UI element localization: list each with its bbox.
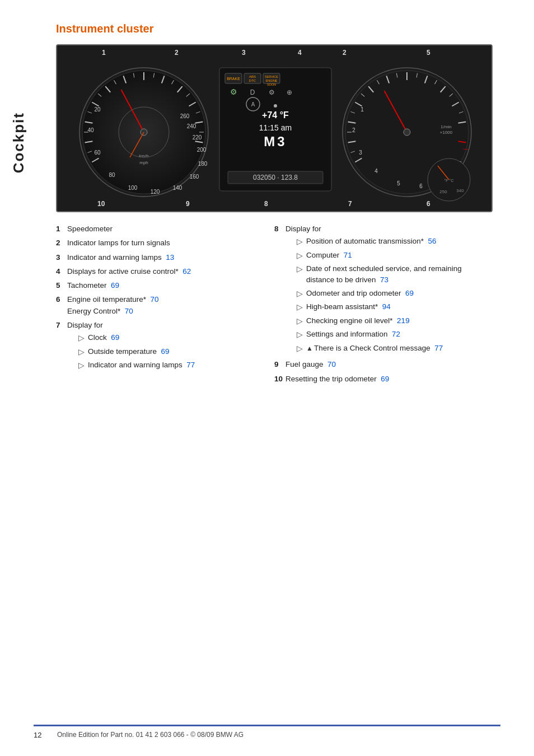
svg-text:D: D <box>250 88 255 96</box>
footer: 12 Online Edition for Part no. 01 41 2 6… <box>34 725 500 739</box>
main-content: Instrument cluster 1 2 3 4 2 5 10 9 8 7 … <box>56 22 500 388</box>
footer-page-number: 12 <box>34 731 50 739</box>
svg-text:⚙: ⚙ <box>269 88 275 96</box>
svg-text:+74 °F: +74 °F <box>262 110 289 120</box>
item-number: 9 <box>274 359 285 370</box>
left-column: 1Speedometer2Indicator lamps for turn si… <box>56 223 274 388</box>
sub-link[interactable]: 69 <box>405 289 414 297</box>
footer-copyright: Online Edition for Part no. 01 41 2 603 … <box>57 731 243 739</box>
svg-text:DTC: DTC <box>249 79 256 82</box>
sub-text: Checking engine oil level* 219 <box>306 315 476 326</box>
sub-arrow-icon: ▷ <box>297 343 303 354</box>
sub-item: ▷▲There is a Check Control message 77 <box>297 343 476 354</box>
sub-arrow-icon: ▷ <box>297 302 303 313</box>
svg-point-103 <box>404 129 410 136</box>
item-link[interactable]: 62 <box>182 267 191 276</box>
cluster-num-2a-top: 2 <box>175 49 179 57</box>
sub-arrow-icon: ▷ <box>297 288 303 300</box>
item-link[interactable]: 70 <box>151 295 159 304</box>
cluster-num-8-bottom: 8 <box>264 200 268 208</box>
sub-text: Outside temperature 69 <box>88 346 257 357</box>
cluster-num-4-top: 4 <box>298 49 302 57</box>
sub-arrow-icon: ▷ <box>297 329 303 340</box>
sub-item: ▷High-beam assistant* 94 <box>297 301 476 313</box>
svg-text:×1000: ×1000 <box>440 130 453 135</box>
sub-arrow-icon: ▷ <box>78 360 85 371</box>
right-column: 8Display for▷Position of automatic trans… <box>274 223 493 388</box>
item-link[interactable]: 13 <box>166 253 174 262</box>
sub-link[interactable]: 56 <box>428 237 437 245</box>
svg-text:M3: M3 <box>264 134 287 149</box>
sidebar-label: Cockpit <box>10 112 27 173</box>
svg-text:6: 6 <box>419 183 423 189</box>
item-text: Display for▷Clock 69▷Outside temperature… <box>67 320 257 374</box>
svg-text:⊕: ⊕ <box>287 88 292 96</box>
svg-text:ABS: ABS <box>249 75 256 78</box>
sub-link[interactable]: 72 <box>392 330 400 338</box>
cluster-num-7-bottom: 7 <box>348 200 352 208</box>
cluster-num-2b-top: 2 <box>343 49 346 57</box>
item-sublink[interactable]: 70 <box>125 307 133 315</box>
svg-text:SOON: SOON <box>267 83 276 86</box>
svg-text:200: 200 <box>197 147 207 153</box>
sub-link[interactable]: 77 <box>186 361 195 369</box>
sub-link[interactable]: 73 <box>380 276 388 284</box>
svg-text:340: 340 <box>456 188 464 193</box>
item-number: 5 <box>56 280 67 291</box>
sub-link[interactable]: 69 <box>161 347 170 356</box>
sub-text: Position of automatic transmission* 56 <box>306 236 476 247</box>
item-text: Indicator lamps for turn signals <box>67 237 257 249</box>
svg-text:240: 240 <box>187 123 196 129</box>
list-item: 7Display for▷Clock 69▷Outside temperatur… <box>56 320 257 374</box>
svg-text:100: 100 <box>128 185 138 191</box>
sub-arrow-icon: ▷ <box>297 264 303 275</box>
sub-item: ▷Odometer and trip odometer 69 <box>297 288 476 300</box>
sub-item: ▷Outside temperature 69 <box>78 346 257 358</box>
svg-text:SERVICE: SERVICE <box>265 75 278 78</box>
svg-text:260: 260 <box>180 113 190 119</box>
sub-link[interactable]: 71 <box>344 251 352 259</box>
svg-text:2: 2 <box>352 127 355 133</box>
sub-item: ▷Clock 69 <box>78 332 257 344</box>
svg-point-59 <box>274 104 277 108</box>
sub-text: Date of next scheduled service, and rema… <box>306 263 476 285</box>
section-title: Instrument cluster <box>56 22 500 35</box>
list-item: 10Resetting the trip odometer 69 <box>274 374 476 385</box>
item-text: Engine oil temperature* 70Energy Control… <box>67 294 257 317</box>
sub-arrow-icon: ▷ <box>78 333 85 344</box>
svg-text:⚙: ⚙ <box>230 87 237 96</box>
sub-arrow-icon: ▷ <box>297 316 303 327</box>
svg-text:4: 4 <box>374 168 378 174</box>
svg-text:1: 1 <box>360 106 364 113</box>
list-item: 4Displays for active cruise control* 62 <box>56 266 257 277</box>
item-link[interactable]: 70 <box>327 360 336 368</box>
svg-text:180: 180 <box>198 161 208 167</box>
sub-link[interactable]: 69 <box>111 333 119 342</box>
item-number: 8 <box>274 223 285 356</box>
sub-item: ▷Date of next scheduled service, and rem… <box>297 263 476 285</box>
cluster-num-9-bottom: 9 <box>186 200 190 208</box>
sub-item: ▷Checking engine oil level* 219 <box>297 315 476 327</box>
item-text: Resetting the trip odometer 69 <box>285 374 476 385</box>
list-item: 8Display for▷Position of automatic trans… <box>274 223 476 356</box>
cluster-num-1-top: 1 <box>102 49 106 57</box>
sub-link[interactable]: 94 <box>382 302 391 311</box>
sub-link[interactable]: 219 <box>397 316 410 325</box>
svg-text:250: 250 <box>439 189 447 194</box>
sub-arrow-icon: ▷ <box>78 347 85 358</box>
cluster-num-10-bottom: 10 <box>97 200 105 208</box>
svg-text:120: 120 <box>151 189 160 195</box>
svg-text:1/min: 1/min <box>441 124 452 129</box>
svg-text:80: 80 <box>109 172 115 178</box>
list-item: 3Indicator and warning lamps 13 <box>56 252 257 263</box>
item-link[interactable]: 69 <box>381 375 389 383</box>
item-link[interactable]: 69 <box>111 281 119 290</box>
cluster-image: 1 2 3 4 2 5 10 9 8 7 6 <box>56 44 493 212</box>
sub-text: ▲There is a Check Control message 77 <box>306 343 476 354</box>
item-text: Indicator and warning lamps 13 <box>67 252 257 263</box>
svg-text:220: 220 <box>193 134 202 141</box>
sub-link[interactable]: 77 <box>434 344 443 352</box>
sub-text: Indicator and warning lamps 77 <box>88 360 257 371</box>
svg-text:mph: mph <box>139 160 148 165</box>
item-text: Fuel gauge 70 <box>285 359 476 370</box>
